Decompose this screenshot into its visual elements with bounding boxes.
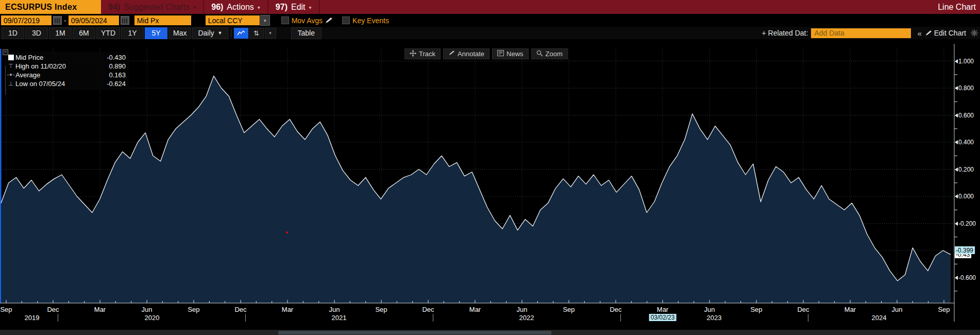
axis-tick-arrow-icon <box>955 140 958 144</box>
menu-item-edit[interactable]: 97)Edit▾ <box>268 0 320 14</box>
period-button-ytd[interactable]: YTD <box>96 27 120 39</box>
x-axis-month-label: Jun <box>517 306 528 313</box>
bloomberg-terminal-window: ECSURPUS Index 94)Suggested Charts▾96)Ac… <box>0 0 980 335</box>
track-date-badge: 03/02/23 <box>649 314 677 321</box>
track-icon <box>410 50 416 58</box>
year-separator <box>620 314 621 322</box>
chart-legend[interactable]: − Mid Price-0.430⊤High on 11/02/200.890A… <box>4 52 129 90</box>
toolbar-right-cluster: + Related Dat: Add Data « Edit Chart <box>762 27 980 39</box>
annotate-button[interactable]: Annotate <box>443 48 489 59</box>
news-button[interactable]: News <box>492 48 529 59</box>
average-marker-icon <box>7 75 14 75</box>
legend-collapse-icon[interactable]: − <box>3 49 8 55</box>
currency-dropdown-caret-icon[interactable]: ▾ <box>260 15 270 26</box>
chart-overlay-toolbar: TrackAnnotateNewsZoom <box>404 48 568 59</box>
track-button[interactable]: Track <box>404 48 441 59</box>
calendar-icon[interactable] <box>53 16 62 25</box>
legend-label: Mid Price <box>15 54 107 61</box>
menu-number: 94) <box>108 3 120 12</box>
legend-row[interactable]: ⊤High on 11/02/200.890 <box>6 62 126 71</box>
low-marker-icon: ⊥ <box>8 80 13 87</box>
y-axis-label: 0.600 <box>955 112 974 119</box>
sort-arrows-icon: ⇅ <box>254 29 259 37</box>
key-events-checkbox[interactable] <box>342 16 350 24</box>
edit-chart-button[interactable]: Edit Chart <box>934 29 966 37</box>
x-axis-month-label: Jun <box>892 306 903 313</box>
menu-number: 96) <box>211 3 223 12</box>
add-data-input[interactable]: Add Data <box>811 28 911 38</box>
pencil-icon[interactable] <box>325 17 333 24</box>
year-separator <box>245 314 246 322</box>
legend-value: 0.163 <box>109 71 126 79</box>
period-button-6m[interactable]: 6M <box>73 27 95 39</box>
x-axis-month-label: Jun <box>329 306 340 313</box>
y-axis-label: 1.000 <box>955 58 974 65</box>
frequency-select[interactable]: Daily ▼ <box>192 27 228 39</box>
legend-row[interactable]: Average0.163 <box>6 71 126 79</box>
x-axis-month-label: Dec <box>797 306 809 313</box>
x-axis-month-label: Jun <box>142 306 153 313</box>
y-axis-label: 0.000 <box>955 193 974 200</box>
frequency-value: Daily <box>198 29 214 37</box>
overlay-button-label: Zoom <box>546 50 563 58</box>
period-button-1m[interactable]: 1M <box>49 27 72 39</box>
chart-type-more-button[interactable]: ▾ <box>265 28 276 39</box>
y-axis[interactable]: 1.0000.8000.6000.4000.2000.000-0.200-0.6… <box>955 39 980 335</box>
gear-icon[interactable] <box>970 29 978 37</box>
x-axis-month-label: Sep <box>750 306 762 313</box>
axis-tick-arrow-icon <box>955 86 958 90</box>
menu-label: Suggested Charts <box>124 3 190 12</box>
menu-label: Actions <box>227 3 254 12</box>
mov-avgs-checkbox[interactable] <box>281 16 289 24</box>
annotate-icon <box>448 50 455 58</box>
chevron-down-icon: ▾ <box>309 5 312 10</box>
axis-tick-arrow-icon <box>955 59 958 63</box>
legend-row[interactable]: Mid Price-0.430 <box>6 53 126 62</box>
axis-settings-button[interactable]: ⇅ <box>249 28 264 39</box>
axis-tick-arrow-icon <box>955 167 958 172</box>
related-data-button[interactable]: + Related Dat: <box>762 29 808 37</box>
y-axis-label: 0.400 <box>955 139 974 146</box>
legend-value: -0.624 <box>107 80 126 88</box>
currency-select[interactable]: Local CCY <box>206 15 260 25</box>
chevron-down-icon: ▾ <box>193 5 196 10</box>
horizontal-scrollbar-thumb[interactable] <box>278 331 551 334</box>
x-axis-month-label: Mar <box>469 306 481 313</box>
toolbar-divider <box>231 29 231 37</box>
zoom-icon <box>536 50 543 58</box>
axis-tick-arrow-icon <box>955 194 958 198</box>
line-chart-type-button[interactable] <box>234 28 248 39</box>
x-axis-year-label: 2023 <box>707 314 722 322</box>
menu-item-suggested-charts: 94)Suggested Charts▾ <box>101 0 204 14</box>
period-button-5y[interactable]: 5Y <box>145 27 167 39</box>
price-field-input[interactable]: Mid Px <box>134 15 191 25</box>
year-separator <box>808 314 808 322</box>
date-from-input[interactable]: 09/07/2019 <box>1 15 52 25</box>
axis-tick-arrow-icon <box>955 222 958 226</box>
calendar-icon[interactable] <box>121 16 129 25</box>
period-button-3d[interactable]: 3D <box>25 27 48 39</box>
zoom-button[interactable]: Zoom <box>531 48 568 59</box>
x-axis-month-label: Dec <box>610 306 621 313</box>
date-to-input[interactable]: 09/05/2024 <box>69 15 119 25</box>
x-axis-month-label: Sep <box>0 306 12 313</box>
security-title[interactable]: ECSURPUS Index <box>0 0 101 14</box>
menu-items: 94)Suggested Charts▾96)Actions▾97)Edit▾ <box>101 0 320 14</box>
x-axis-month-label: Dec <box>234 306 246 313</box>
mov-avgs-label[interactable]: Mov Avgs <box>292 16 323 25</box>
key-events-label[interactable]: Key Events <box>352 16 389 25</box>
overlay-button-label: Track <box>419 50 435 58</box>
table-button[interactable]: Table <box>291 27 322 39</box>
period-button-1y[interactable]: 1Y <box>121 27 144 39</box>
high-marker-icon: ⊤ <box>8 63 13 70</box>
price-plot[interactable] <box>0 39 980 335</box>
legend-row[interactable]: ⊥Low on 07/05/24-0.624 <box>6 79 126 88</box>
collapse-panel-button[interactable]: « <box>917 29 921 38</box>
x-axis-month-label: Sep <box>188 306 199 313</box>
period-button-max[interactable]: Max <box>168 27 191 39</box>
chart-area[interactable]: TrackAnnotateNewsZoom − Mid Price-0.430⊤… <box>0 39 980 335</box>
alert-dot <box>286 231 288 233</box>
period-button-1d[interactable]: 1D <box>2 27 24 39</box>
menu-item-actions[interactable]: 96)Actions▾ <box>204 0 268 14</box>
x-axis-month-label: Mar <box>844 306 856 313</box>
